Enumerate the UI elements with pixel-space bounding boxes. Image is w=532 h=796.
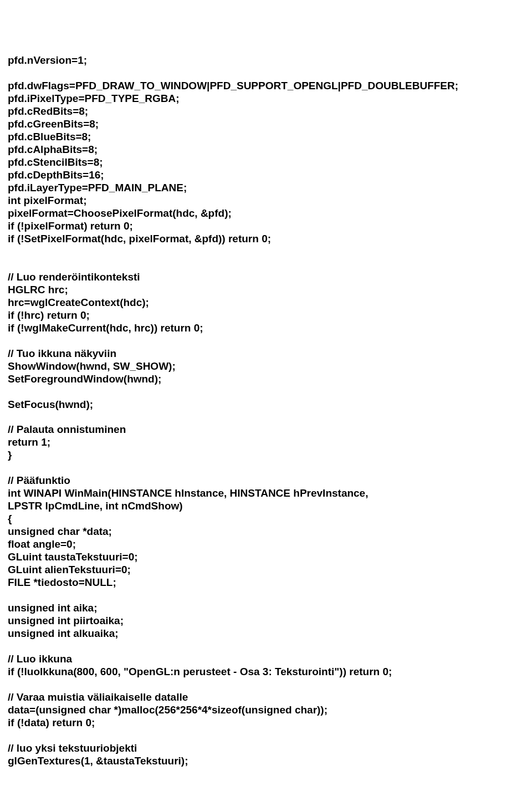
code-listing: pfd.nVersion=1; pfd.dwFlags=PFD_DRAW_TO_… [8,54,532,768]
